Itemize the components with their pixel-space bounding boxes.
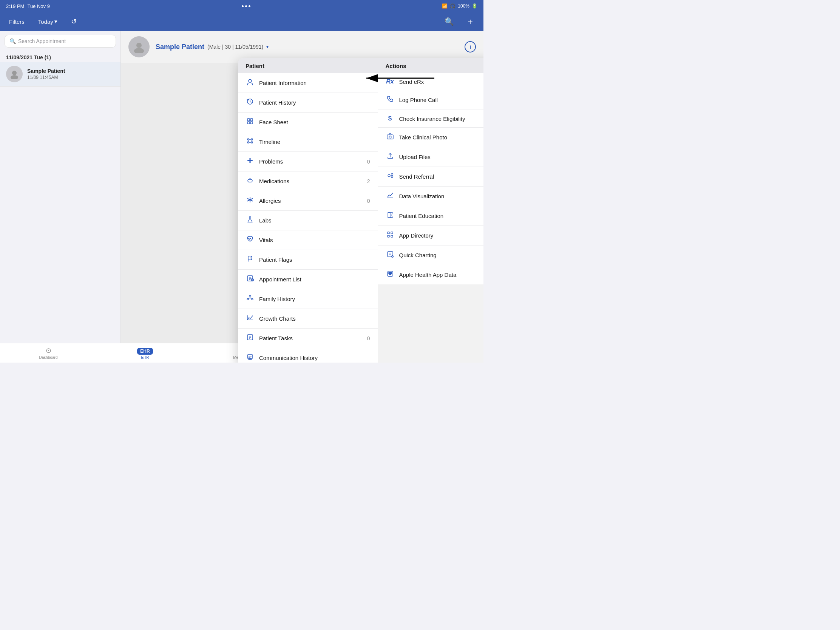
menu-item-family-history[interactable]: Family History [238,289,378,309]
svg-rect-55 [391,232,393,234]
pill-icon [245,176,254,186]
medications-label: Medications [259,178,363,184]
growth-chart-icon [245,314,254,323]
svg-rect-6 [247,118,249,121]
menu-item-problems[interactable]: Problems 0 [238,152,378,172]
svg-rect-54 [387,232,389,234]
send-erx-label: Send eRx [399,79,484,85]
appointment-info: Sample Patient 11/09 11:45AM [27,68,65,80]
menu-item-medications[interactable]: Medications 2 [238,172,378,191]
menu-item-quick-charting[interactable]: Quick Charting [378,245,484,265]
menu-item-labs[interactable]: Labs [238,211,378,231]
refresh-button[interactable]: ↺ [68,16,80,27]
search-nav-button[interactable]: 🔍 [442,16,457,28]
menu-item-vitals[interactable]: Vitals [238,231,378,250]
flag-icon [245,255,254,264]
menu-item-send-referral[interactable]: Send Referral [378,167,484,186]
patient-column: Patient Patient Information [238,58,378,363]
rx-icon: Rx [385,78,395,85]
svg-rect-57 [391,235,393,237]
appointment-time: 11/09 11:45AM [27,75,65,80]
timeline-label: Timeline [259,139,370,145]
add-button[interactable]: ＋ [463,14,477,29]
camera-icon [385,133,395,142]
ehr-icon: EHR [137,347,153,355]
labs-label: Labs [259,217,370,224]
dot3 [248,5,250,7]
menu-item-data-viz[interactable]: Data Visualization [378,186,484,206]
menu-item-appointment-list[interactable]: Appointment List [238,270,378,289]
menu-item-upload-files[interactable]: Upload Files [378,147,484,167]
appointment-list-label: Appointment List [259,276,370,283]
svg-point-13 [251,142,253,143]
menu-item-patient-history[interactable]: Patient History [238,93,378,112]
svg-point-1 [11,75,18,79]
tab-ehr[interactable]: EHR EHR [97,345,193,361]
battery-icon: 🔋 [472,3,477,9]
growth-charts-label: Growth Charts [259,315,370,322]
send-referral-label: Send Referral [399,174,484,180]
menu-item-log-phone[interactable]: Log Phone Call [378,90,484,110]
family-icon [245,294,254,304]
svg-point-49 [391,176,393,178]
cross-icon [245,157,254,166]
menu-item-growth-charts[interactable]: Growth Charts [238,309,378,328]
comm-history-icon [245,353,254,363]
dropdown-menu: Patient Patient Information [238,58,483,363]
svg-point-30 [249,295,251,297]
svg-point-12 [247,142,249,143]
day-display: Tue Nov 9 [27,3,50,9]
svg-rect-7 [250,118,253,121]
menu-item-communication-history[interactable]: Communication History [238,348,378,363]
content-area: Sample Patient (Male | 30 | 11/05/1991) … [121,31,483,343]
menu-item-send-erx[interactable]: Rx Send eRx [378,73,484,90]
wifi-icon: 📶 [442,3,448,9]
avatar [6,66,23,82]
svg-point-11 [251,139,253,140]
menu-item-patient-tasks[interactable]: Patient Tasks 0 [238,328,378,348]
appointment-item[interactable]: Sample Patient 11/09 11:45AM [0,62,120,87]
svg-rect-9 [250,122,253,124]
main-layout: 🔍 Search Appointment 11/09/2021 Tue (1) … [0,31,483,343]
quick-chart-icon [385,250,395,260]
today-button[interactable]: Today ▾ [35,17,60,27]
problems-label: Problems [259,158,363,165]
chevron-down-icon: ▾ [54,18,57,25]
actions-column: Actions Rx Send eRx Log Phone Call [378,58,484,363]
sidebar: 🔍 Search Appointment 11/09/2021 Tue (1) … [0,31,121,343]
svg-point-4 [248,79,251,82]
search-icon: 🔍 [9,38,16,44]
nav-right: 🔍 ＋ [442,14,477,29]
menu-item-patient-information[interactable]: Patient Information [238,73,378,93]
patient-information-label: Patient Information [259,80,370,86]
menu-item-app-directory[interactable]: App Directory [378,226,484,245]
status-time: 2:19 PM Tue Nov 9 [6,3,50,9]
dollar-icon: $ [385,115,395,122]
patient-tasks-label: Patient Tasks [259,335,363,341]
filters-button[interactable]: Filters [6,17,28,27]
appt-list-icon [245,275,254,284]
menu-item-timeline[interactable]: Timeline [238,132,378,152]
menu-item-take-photo[interactable]: Take Clinical Photo [378,128,484,147]
svg-rect-42 [247,355,253,358]
family-history-label: Family History [259,296,370,302]
search-appointment-box[interactable]: 🔍 Search Appointment [5,35,116,47]
svg-rect-19 [247,160,253,161]
menu-item-allergies[interactable]: Allergies 0 [238,191,378,211]
tab-dashboard[interactable]: ⊙ Dashboard [0,345,97,361]
menu-item-face-sheet[interactable]: Face Sheet [238,112,378,132]
svg-rect-56 [387,235,389,237]
menu-item-apple-health[interactable]: Apple Health App Data NO [378,265,484,284]
menu-item-patient-education[interactable]: Patient Education [378,206,484,226]
menu-item-patient-flags[interactable]: Patient Flags [238,250,378,270]
patient-education-label: Patient Education [399,213,484,219]
dot1 [242,5,244,7]
svg-point-46 [389,136,391,138]
svg-line-34 [248,298,250,298]
time-display: 2:19 PM [6,3,24,9]
svg-point-10 [247,139,249,140]
dashboard-icon: ⊙ [46,346,51,355]
bluetooth-icon: 🎧 [450,3,455,9]
menu-item-check-insurance[interactable]: $ Check Insurance Eligibility [378,110,484,128]
battery-display: 100% [458,3,469,9]
